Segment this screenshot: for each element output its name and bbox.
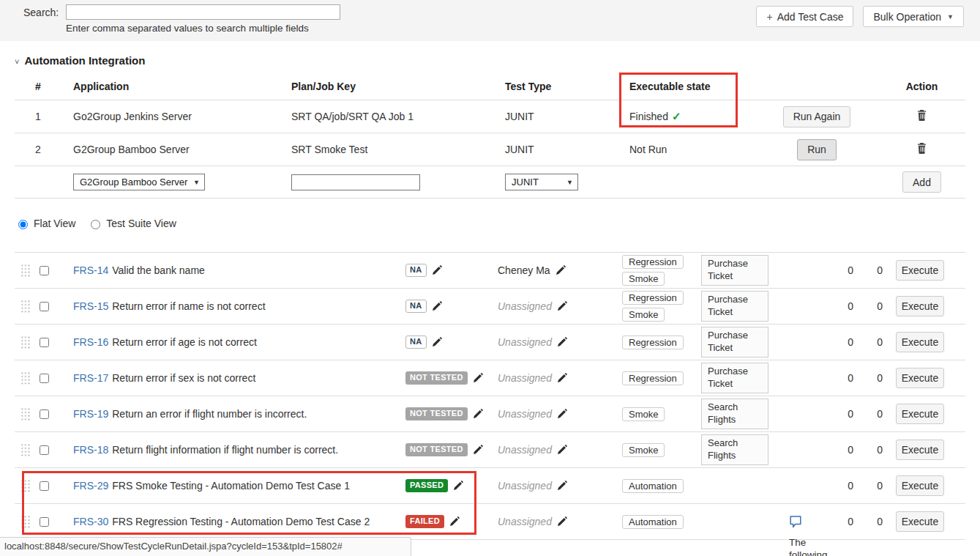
test-suite-view-radio[interactable] [91, 220, 100, 229]
automation-integration-heading[interactable]: ˅Automation Integration [15, 54, 145, 67]
test-case-link[interactable]: FRS-19 [73, 408, 108, 420]
run-button[interactable]: Run [797, 139, 837, 160]
edit-assignee-icon[interactable] [557, 516, 567, 527]
group-box: Purchase Ticket [701, 327, 768, 357]
label-tag: Smoke [622, 272, 665, 286]
edit-status-icon[interactable] [453, 481, 463, 491]
application-select[interactable]: G2Group Bamboo Server ▼ [73, 174, 205, 190]
row-checkbox[interactable] [40, 374, 49, 383]
edit-status-icon[interactable] [473, 373, 483, 383]
flat-view-radio[interactable] [18, 220, 28, 229]
drag-handle-icon[interactable] [20, 264, 31, 278]
row-num: 1 [15, 111, 59, 122]
row-checkbox[interactable] [40, 302, 49, 311]
execute-button[interactable]: Execute [896, 296, 944, 316]
count-b: 0 [858, 408, 883, 420]
delete-icon[interactable] [917, 143, 927, 155]
test-case-row: FRS-19Return an error if flight number i… [15, 396, 965, 432]
execute-button[interactable]: Execute [896, 440, 944, 460]
edit-status-icon[interactable] [432, 265, 442, 275]
edit-assignee-icon[interactable] [557, 337, 567, 347]
edit-assignee-icon[interactable] [557, 409, 567, 419]
row-checkbox[interactable] [40, 266, 49, 275]
caret-down-icon: ▼ [566, 179, 573, 186]
test-type-select[interactable]: JUNIT ▼ [505, 174, 578, 190]
chevron-down-icon: ˅ [15, 57, 19, 66]
assignee: Unassigned [498, 336, 552, 348]
drag-handle-icon[interactable] [20, 407, 31, 421]
section-title-text: Automation Integration [24, 54, 145, 67]
edit-assignee-icon[interactable] [557, 301, 567, 311]
row-checkbox[interactable] [40, 481, 49, 491]
test-case-table: FRS-14Valid the bank name NA Cheney Ma R… [15, 252, 965, 540]
label-tag: Regression [622, 336, 684, 349]
run-again-button[interactable]: Run Again [783, 106, 851, 127]
plan-job-key: SRT QA/job/SRT QA Job 1 [277, 111, 490, 122]
view-toggle: Flat View Test Suite View [15, 218, 176, 229]
status-badge: PASSED [405, 479, 448, 492]
test-case-link[interactable]: FRS-15 [73, 300, 108, 312]
edit-status-icon[interactable] [432, 337, 442, 347]
flat-view-option[interactable]: Flat View [15, 218, 75, 229]
drag-handle-icon[interactable] [20, 371, 31, 385]
label-tag: Smoke [622, 407, 665, 421]
col-plan-job-key: Plan/Job Key [277, 81, 490, 92]
delete-icon[interactable] [917, 110, 927, 122]
test-case-row: FRS-14Valid the bank name NA Cheney Ma R… [15, 253, 965, 289]
edit-assignee-icon[interactable] [557, 373, 567, 383]
add-button[interactable]: Add [902, 171, 941, 193]
status-badge: NA [405, 264, 427, 277]
automation-add-row: G2Group Bamboo Server ▼ JUNIT ▼ Add [15, 166, 965, 199]
edit-assignee-icon[interactable] [557, 481, 567, 491]
test-suite-view-option[interactable]: Test Suite View [87, 218, 176, 229]
execute-button[interactable]: Execute [896, 404, 944, 424]
test-case-link[interactable]: FRS-18 [73, 444, 108, 456]
execute-button[interactable]: Execute [896, 260, 944, 281]
comment-preview: The following [789, 536, 842, 556]
count-a: 0 [833, 516, 858, 527]
test-case-link[interactable]: FRS-16 [73, 336, 108, 348]
test-case-link[interactable]: FRS-17 [73, 372, 108, 384]
test-case-summary: Return flight information if flight numb… [112, 444, 338, 456]
execute-button[interactable]: Execute [896, 511, 944, 532]
test-case-link[interactable]: FRS-14 [73, 264, 108, 276]
edit-assignee-icon[interactable] [557, 445, 567, 455]
edit-status-icon[interactable] [473, 445, 483, 455]
group-box: Purchase Ticket [701, 291, 768, 322]
automation-table: # Application Plan/Job Key Test Type Exe… [15, 73, 965, 199]
comment-icon[interactable] [789, 515, 802, 529]
edit-status-icon[interactable] [473, 409, 483, 419]
group-box: Purchase Ticket [701, 363, 768, 393]
row-checkbox[interactable] [40, 409, 49, 419]
drag-handle-icon[interactable] [20, 515, 31, 529]
plan-job-key-input[interactable] [291, 174, 420, 190]
row-checkbox[interactable] [40, 517, 49, 527]
test-case-row: FRS-30FRS Regression Testing - Automatio… [15, 504, 965, 540]
status-badge: FAILED [405, 515, 444, 528]
execute-button[interactable]: Execute [896, 475, 944, 496]
row-checkbox[interactable] [40, 445, 49, 455]
edit-status-icon[interactable] [449, 516, 460, 527]
bulk-operation-button[interactable]: Bulk Operation ▼ [863, 6, 964, 27]
edit-assignee-icon[interactable] [556, 265, 566, 275]
drag-handle-icon[interactable] [20, 336, 31, 349]
test-case-row: FRS-16Return error if age is not correct… [15, 325, 965, 360]
drag-handle-icon[interactable] [20, 443, 31, 457]
drag-handle-icon[interactable] [20, 300, 31, 314]
execute-button[interactable]: Execute [896, 368, 944, 388]
test-case-link[interactable]: FRS-30 [73, 516, 108, 527]
count-b: 0 [858, 480, 883, 492]
row-checkbox[interactable] [40, 338, 49, 347]
edit-status-icon[interactable] [432, 301, 442, 311]
status-badge: NA [405, 300, 427, 313]
count-a: 0 [833, 444, 858, 456]
execute-button[interactable]: Execute [896, 332, 944, 352]
test-case-link[interactable]: FRS-29 [73, 480, 108, 492]
drag-handle-icon[interactable] [20, 479, 31, 493]
bulk-operation-label: Bulk Operation [873, 11, 941, 23]
test-case-summary: FRS Regression Testing - Automation Demo… [112, 516, 370, 527]
add-test-case-button[interactable]: + Add Test Case [756, 6, 853, 27]
label-tag: Smoke [622, 443, 665, 457]
search-input[interactable] [66, 4, 340, 20]
automation-row: 1 Go2Group Jenkins Server SRT QA/job/SRT… [15, 100, 965, 133]
